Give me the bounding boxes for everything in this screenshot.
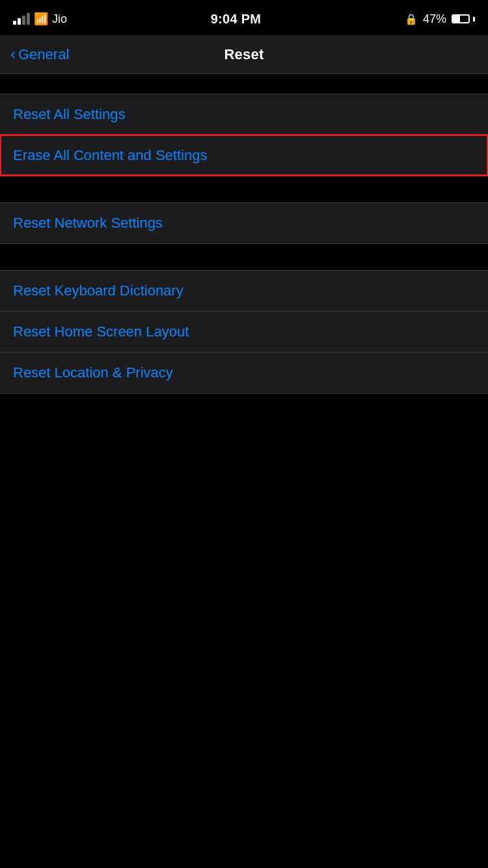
carrier-name: Jio [52,12,67,26]
reset-location-privacy-item[interactable]: Reset Location & Privacy [0,352,488,393]
bottom-empty-area [0,394,488,686]
reset-all-settings-item[interactable]: Reset All Settings [0,94,488,135]
back-button-label: General [18,46,69,63]
status-bar: 📶 Jio 9:04 PM 🔒 47% [0,0,488,35]
lock-icon: 🔒 [405,13,418,25]
settings-group-3: Reset Keyboard Dictionary Reset Home Scr… [0,270,488,394]
signal-bars-icon [13,13,30,25]
reset-network-settings-item[interactable]: Reset Network Settings [0,203,488,243]
reset-keyboard-dictionary-item[interactable]: Reset Keyboard Dictionary [0,271,488,311]
reset-home-screen-layout-label: Reset Home Screen Layout [13,312,189,352]
status-right: 🔒 47% [405,12,475,26]
navigation-bar: ‹ General Reset [0,35,488,74]
reset-home-screen-layout-item[interactable]: Reset Home Screen Layout [0,311,488,352]
erase-all-content-label: Erase All Content and Settings [13,135,207,176]
battery-percent: 47% [423,12,446,26]
settings-group-2: Reset Network Settings [0,202,488,244]
back-button[interactable]: ‹ General [10,46,69,63]
settings-group-1: Reset All Settings Erase All Content and… [0,94,488,176]
reset-location-privacy-label: Reset Location & Privacy [13,353,173,393]
reset-all-settings-label: Reset All Settings [13,94,125,135]
erase-all-content-item[interactable]: Erase All Content and Settings [0,135,488,176]
status-left: 📶 Jio [13,12,67,26]
reset-keyboard-dictionary-label: Reset Keyboard Dictionary [13,271,183,311]
status-time: 9:04 PM [211,12,262,27]
page-title: Reset [224,46,264,63]
battery-icon [452,14,475,23]
wifi-icon: 📶 [34,12,48,26]
back-chevron-icon: ‹ [10,46,16,62]
settings-content: Reset All Settings Erase All Content and… [0,74,488,394]
section-gap-2 [0,244,488,270]
reset-network-settings-label: Reset Network Settings [13,203,163,243]
section-gap-1 [0,176,488,202]
